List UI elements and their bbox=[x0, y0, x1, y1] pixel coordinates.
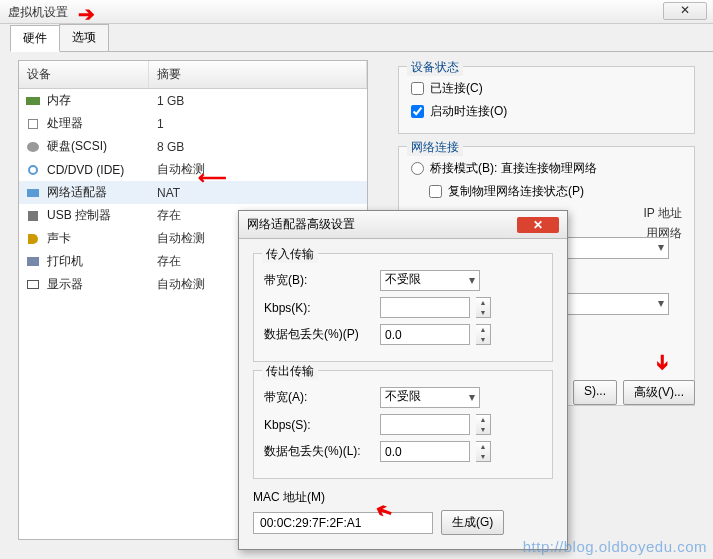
watermark: http://blog.oldboyedu.com bbox=[523, 538, 707, 555]
device-name: 显示器 bbox=[47, 276, 157, 293]
chk-poweron[interactable] bbox=[411, 105, 424, 118]
button-advanced[interactable]: 高级(V)... bbox=[623, 380, 695, 405]
device-icon bbox=[25, 255, 41, 269]
spinner[interactable]: ▲▼ bbox=[476, 441, 491, 462]
lbl-poweron: 启动时连接(O) bbox=[430, 103, 507, 120]
device-summary: 存在 bbox=[157, 207, 181, 224]
device-name: 打印机 bbox=[47, 253, 157, 270]
titlebar: 虚拟机设置 ✕ bbox=[0, 0, 713, 24]
col-summary: 摘要 bbox=[149, 61, 367, 88]
device-icon bbox=[25, 163, 41, 177]
device-icon bbox=[25, 186, 41, 200]
button-generate-mac[interactable]: 生成(G) bbox=[441, 510, 504, 535]
device-summary: 存在 bbox=[157, 253, 181, 270]
device-icon bbox=[25, 209, 41, 223]
device-icon bbox=[25, 94, 41, 108]
lbl-replicate: 复制物理网络连接状态(P) bbox=[448, 183, 584, 200]
lbl-in-loss: 数据包丢失(%)(P) bbox=[264, 326, 374, 343]
spinner[interactable]: ▲▼ bbox=[476, 297, 491, 318]
spinner[interactable]: ▲▼ bbox=[476, 414, 491, 435]
input-out-loss[interactable] bbox=[380, 441, 470, 462]
lbl-in-bw: 带宽(B): bbox=[264, 272, 374, 289]
select-in-bw[interactable]: 不受限 bbox=[380, 270, 480, 291]
device-summary: 1 GB bbox=[157, 94, 184, 108]
device-icon bbox=[25, 232, 41, 246]
group-title: 传入传输 bbox=[262, 246, 318, 263]
lbl-out-bw: 带宽(A): bbox=[264, 389, 374, 406]
device-icon bbox=[25, 117, 41, 131]
input-out-kbps[interactable] bbox=[380, 414, 470, 435]
device-icon bbox=[25, 140, 41, 154]
window-title: 虚拟机设置 bbox=[8, 5, 68, 19]
device-name: 内存 bbox=[47, 92, 157, 109]
lbl-in-kbps: Kbps(K): bbox=[264, 301, 374, 315]
group-device-status: 设备状态 已连接(C) 启动时连接(O) bbox=[398, 66, 695, 134]
tabs: 硬件 选项 bbox=[10, 24, 713, 52]
device-name: 处理器 bbox=[47, 115, 157, 132]
tab-options[interactable]: 选项 bbox=[59, 24, 109, 51]
spinner[interactable]: ▲▼ bbox=[476, 324, 491, 345]
device-summary: 1 bbox=[157, 117, 164, 131]
lbl-out-kbps: Kbps(S): bbox=[264, 418, 374, 432]
lbl-ip-tail: IP 地址 bbox=[644, 205, 682, 222]
advanced-settings-dialog: 网络适配器高级设置 ✕ 传入传输 带宽(B):不受限 Kbps(K):▲▼ 数据… bbox=[238, 210, 568, 550]
input-in-kbps[interactable] bbox=[380, 297, 470, 318]
dialog-title: 网络适配器高级设置 bbox=[247, 216, 355, 233]
group-outgoing: 传出传输 带宽(A):不受限 Kbps(S):▲▼ 数据包丢失(%)(L):▲▼ bbox=[253, 370, 553, 479]
select-out-bw[interactable]: 不受限 bbox=[380, 387, 480, 408]
device-name: USB 控制器 bbox=[47, 207, 157, 224]
dialog-close-button[interactable]: ✕ bbox=[517, 217, 559, 233]
window-close-button[interactable]: ✕ bbox=[663, 2, 707, 20]
tab-hardware[interactable]: 硬件 bbox=[10, 25, 60, 52]
group-incoming: 传入传输 带宽(B):不受限 Kbps(K):▲▼ 数据包丢失(%)(P)▲▼ bbox=[253, 253, 553, 362]
device-summary: 自动检测 bbox=[157, 276, 205, 293]
device-row[interactable]: 处理器1 bbox=[19, 112, 367, 135]
device-name: 网络适配器 bbox=[47, 184, 157, 201]
button-segments[interactable]: S)... bbox=[573, 380, 617, 405]
group-title: 网络连接 bbox=[407, 139, 463, 156]
lbl-bridge: 桥接模式(B): 直接连接物理网络 bbox=[430, 160, 597, 177]
lbl-connected: 已连接(C) bbox=[430, 80, 483, 97]
dialog-titlebar: 网络适配器高级设置 ✕ bbox=[239, 211, 567, 239]
device-list-header: 设备 摘要 bbox=[19, 61, 367, 89]
lbl-out-loss: 数据包丢失(%)(L): bbox=[264, 443, 374, 460]
col-device: 设备 bbox=[19, 61, 149, 88]
device-row[interactable]: 网络适配器NAT bbox=[19, 181, 367, 204]
radio-bridge[interactable] bbox=[411, 162, 424, 175]
group-title: 传出传输 bbox=[262, 363, 318, 380]
device-row[interactable]: 硬盘(SCSI)8 GB bbox=[19, 135, 367, 158]
device-icon bbox=[25, 278, 41, 292]
device-name: 声卡 bbox=[47, 230, 157, 247]
device-row[interactable]: 内存1 GB bbox=[19, 89, 367, 112]
input-in-loss[interactable] bbox=[380, 324, 470, 345]
device-name: CD/DVD (IDE) bbox=[47, 163, 157, 177]
device-row[interactable]: CD/DVD (IDE)自动检测 bbox=[19, 158, 367, 181]
chk-replicate[interactable] bbox=[429, 185, 442, 198]
device-summary: 自动检测 bbox=[157, 230, 205, 247]
input-mac[interactable] bbox=[253, 512, 433, 534]
device-name: 硬盘(SCSI) bbox=[47, 138, 157, 155]
lbl-mac: MAC 地址(M) bbox=[253, 489, 553, 506]
mac-section: MAC 地址(M) 生成(G) bbox=[253, 489, 553, 535]
device-summary: 自动检测 bbox=[157, 161, 205, 178]
device-summary: NAT bbox=[157, 186, 180, 200]
device-summary: 8 GB bbox=[157, 140, 184, 154]
group-title: 设备状态 bbox=[407, 59, 463, 76]
chk-connected[interactable] bbox=[411, 82, 424, 95]
